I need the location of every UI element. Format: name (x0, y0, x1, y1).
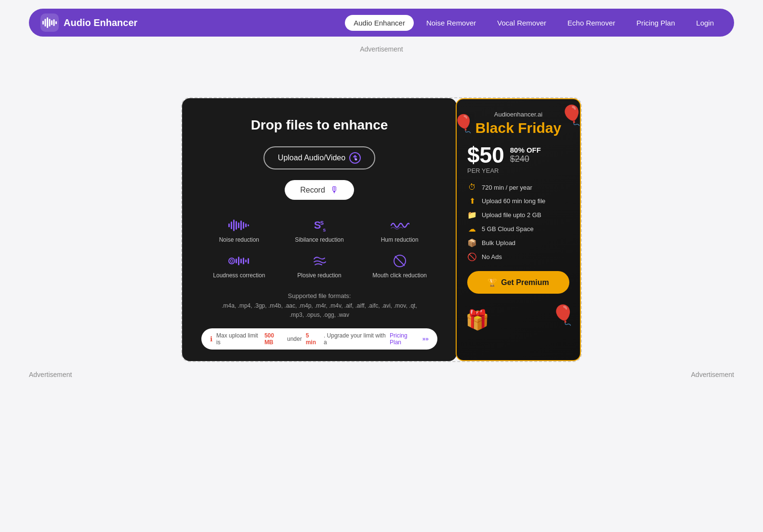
upload-long-icon: ⬆ (467, 196, 477, 206)
feature-noise-reduction: Noise reduction (201, 217, 277, 243)
feature-no-ads-text: No Ads (482, 253, 502, 260)
brand-icon (40, 13, 59, 32)
mouth-click-reduction-label: Mouth click reduction (372, 272, 427, 279)
cloud-icon: ☁ (467, 224, 477, 234)
limit-text-upgrade: . Upgrade your limit with a (324, 332, 386, 346)
premium-btn-icon: 🏆 (487, 278, 497, 287)
get-premium-button[interactable]: 🏆 Get Premium (467, 271, 569, 294)
premium-site-label: Audioenhancer.ai (467, 111, 569, 118)
nav-vocal-remover[interactable]: Vocal Remover (488, 15, 555, 31)
navbar: Audio Enhancer Audio Enhancer Noise Remo… (29, 9, 734, 37)
nav-login[interactable]: Login (687, 15, 723, 31)
formats-section: Supported file formats: .m4a, .mp4, .3gp… (222, 292, 417, 320)
feature-plosive-reduction: Plosive reduction (282, 253, 357, 279)
svg-rect-11 (233, 220, 235, 231)
balloon-bottom-right-icon: 🎈 (551, 304, 575, 326)
limit-size: 500 MB (264, 332, 283, 346)
svg-point-18 (229, 258, 235, 264)
mouth-click-icon (393, 253, 407, 269)
waveform-icon (228, 219, 250, 232)
feature-mouth-click-reduction: Mouth click reduction (362, 253, 437, 279)
sibilance-reduction-label: Sibilance reduction (295, 236, 343, 243)
premium-feature-bulk: 📦 Bulk Upload (467, 238, 569, 247)
old-price: $240 (510, 154, 541, 164)
sibilance-icon: Sss (314, 217, 325, 234)
sibilance-text-icon: Sss (314, 219, 325, 233)
svg-rect-21 (240, 259, 242, 263)
feature-long-file-text: Upload 60 min long file (482, 197, 545, 205)
svg-rect-4 (49, 19, 51, 26)
limit-text-prefix: Max upload limit is (216, 332, 261, 346)
price-value: $50 (467, 144, 504, 166)
premium-feature-cloud: ☁ 5 GB Cloud Space (467, 224, 569, 234)
svg-rect-3 (47, 17, 48, 28)
svg-rect-7 (55, 21, 57, 24)
feature-bulk-text: Bulk Upload (482, 239, 515, 247)
premium-feature-file-size: 📁 Upload file upto 2 GB (467, 210, 569, 220)
mic-icon: 🎙 (330, 185, 339, 195)
noise-reduction-icon (228, 217, 250, 234)
upload-icon (349, 152, 361, 164)
premium-feature-minutes: ⏱ 720 min / per year (467, 183, 569, 192)
pricing-plan-link[interactable]: Pricing Plan (390, 332, 419, 346)
bottom-right-ad: Advertisement (691, 371, 734, 378)
feature-file-size-text: Upload file upto 2 GB (482, 211, 541, 219)
svg-rect-13 (238, 222, 239, 228)
feature-loudness-correction: Loudness correction (201, 253, 277, 279)
drop-title: Drop files to enhance (251, 117, 388, 133)
premium-feature-no-ads: 🚫 No Ads (467, 252, 569, 261)
plosive-icon (312, 253, 327, 269)
feature-minutes-text: 720 min / per year (482, 184, 532, 191)
hum-wave-icon (390, 219, 409, 232)
main-content: Drop files to enhance Upload Audio/Video… (0, 86, 763, 362)
record-label: Record (300, 186, 325, 195)
svg-rect-15 (243, 222, 244, 229)
upload-button[interactable]: Upload Audio/Video (263, 146, 375, 169)
top-advertisement: Advertisement (0, 45, 763, 53)
svg-rect-9 (228, 223, 230, 227)
outer-dashed-border: Drop files to enhance Upload Audio/Video… (181, 97, 582, 362)
svg-rect-12 (236, 221, 237, 230)
nav-audio-enhancer[interactable]: Audio Enhancer (345, 15, 414, 31)
arrows-icon: »» (422, 336, 429, 342)
limit-text-under: under (287, 336, 302, 342)
svg-rect-10 (231, 221, 232, 229)
hum-icon (390, 217, 409, 234)
upload-button-label: Upload Audio/Video (278, 154, 345, 162)
no-ads-icon: 🚫 (467, 252, 477, 261)
svg-rect-23 (245, 260, 247, 262)
price-row: $50 80% OFF $240 (467, 144, 569, 166)
clock-icon: ⏱ (467, 183, 477, 192)
svg-rect-14 (240, 221, 242, 230)
svg-rect-19 (236, 259, 237, 263)
record-button[interactable]: Record 🎙 (285, 180, 354, 200)
loudness-correction-label: Loudness correction (213, 272, 265, 279)
svg-rect-6 (53, 19, 55, 26)
svg-rect-16 (245, 223, 247, 227)
loudness-icon (228, 253, 250, 269)
get-premium-label: Get Premium (501, 278, 549, 287)
limit-bar: ℹ Max upload limit is 500 MB under 5 min… (201, 328, 437, 350)
bottom-left-ad: Advertisement (29, 371, 72, 378)
limit-time: 5 min (306, 332, 320, 346)
svg-rect-2 (45, 19, 46, 26)
svg-rect-20 (238, 257, 239, 265)
brand-name: Audio Enhancer (64, 17, 137, 28)
nav-pricing-plan[interactable]: Pricing Plan (628, 15, 684, 31)
bulk-icon: 📦 (467, 238, 477, 247)
black-friday-label: Black Friday (467, 120, 569, 136)
off-badge: 80% OFF (510, 146, 541, 154)
feature-sibilance-reduction: Sss Sibilance reduction (282, 217, 357, 243)
nav-echo-remover[interactable]: Echo Remover (559, 15, 624, 31)
feature-cloud-text: 5 GB Cloud Space (482, 225, 534, 233)
nav-noise-remover[interactable]: Noise Remover (418, 15, 485, 31)
upload-card: Drop files to enhance Upload Audio/Video… (182, 98, 457, 361)
formats-list2: .mp3, .opus, .ogg, .wav (222, 311, 417, 320)
svg-rect-24 (248, 258, 249, 264)
premium-card: 🎈 🎈 🎈 🎁 Audioenhancer.ai Black Friday $5… (456, 98, 581, 361)
svg-rect-22 (243, 258, 244, 264)
gift-box-icon: 🎁 (465, 309, 489, 331)
no-click-icon (393, 254, 407, 268)
svg-rect-1 (42, 21, 44, 25)
file-size-icon: 📁 (467, 210, 477, 220)
